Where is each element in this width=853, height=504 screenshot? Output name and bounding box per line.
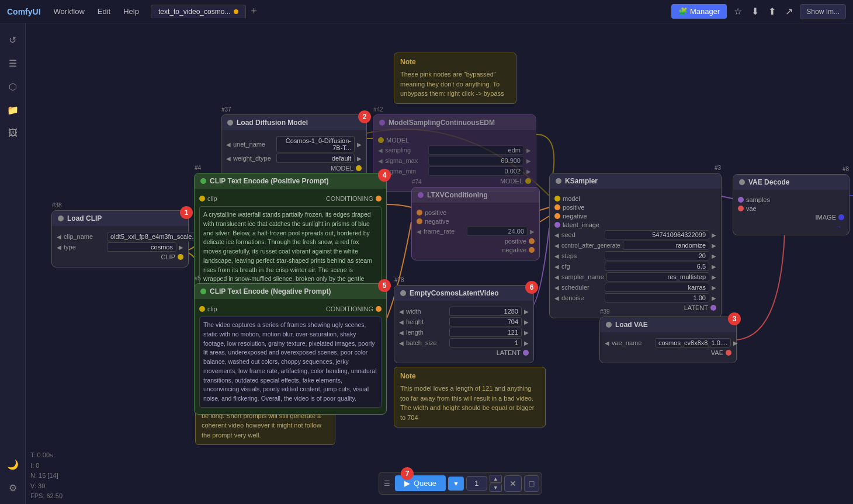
sidebar-bottom: 🌙 ⚙ — [4, 455, 22, 497]
empty-latent-title: EmptyCosmosLatentVideo — [410, 289, 498, 297]
ksampler-model-in: model — [554, 195, 716, 202]
vae-decode-samples-dot — [738, 197, 744, 203]
topbar-right: 🧩 Manager ☆ ⬇ ⬆ ↗ Show Im... — [671, 4, 853, 19]
puzzle-icon: 🧩 — [678, 7, 688, 16]
model-in-row: MODEL — [378, 137, 531, 144]
star-icon[interactable]: ☆ — [731, 4, 744, 19]
upload-icon[interactable]: ⬆ — [766, 4, 778, 19]
ksampler-header: KSampler — [550, 173, 721, 189]
load-diffusion-node: #37 2 Load Diffusion Model ◀ unet_name C… — [221, 114, 367, 179]
clip-name-value[interactable]: oldt5_xxl_fp8_e4m3fn_scale... — [107, 232, 201, 241]
weight-arrow-right[interactable]: ▶ — [357, 155, 362, 162]
load-vae-body: ◀ vae_name cosmos_cv8x8x8_1.0.... ▶ VAE — [600, 332, 736, 363]
clip-neg-text[interactable]: The video captures a series of frames sh… — [199, 317, 382, 408]
load-vae-header: Load VAE — [600, 317, 736, 332]
clip-neg-body: clip CONDITIONING The video captures a s… — [195, 299, 386, 414]
model-sampling-body: MODEL ◀ sampling edm ▶ ◀ sigma_max 60.90… — [373, 130, 536, 191]
vae-decode-id: #8 — [842, 166, 849, 172]
queue-dropdown-button[interactable]: ▼ — [448, 477, 464, 491]
vae-decode-vae-in: vae — [738, 205, 844, 212]
type-arrow-left: ◀ — [57, 244, 61, 251]
manager-button[interactable]: 🧩 Manager — [671, 4, 727, 19]
load-vae-out-dot — [726, 350, 731, 356]
clip-pos-dot — [200, 178, 206, 184]
vae-decode-samples-in: samples — [738, 196, 844, 203]
queue-increment[interactable]: ▲ — [490, 475, 502, 483]
menu-help[interactable]: Help — [117, 5, 145, 18]
vae-decode-body: samples vae IMAGE → — [733, 190, 849, 235]
queue-cancel-button[interactable]: ✕ — [504, 475, 522, 492]
model-sampling-dot — [379, 120, 385, 126]
vae-decode-node: #8 VAE Decode samples vae IMAGE → — [733, 174, 849, 235]
clip-pos-id: #4 — [195, 165, 201, 171]
ksampler-id: #3 — [715, 165, 721, 171]
load-diff-body: ◀ unet_name Cosmos-1_0-Diffusion-7B-T...… — [221, 130, 366, 178]
load-diff-output: MODEL — [226, 165, 362, 172]
load-clip-header: Load CLIP — [52, 211, 188, 226]
model-sampling-node: #42 ModelSamplingContinuousEDM MODEL ◀ s… — [373, 114, 536, 192]
ltxv-title: LTXVConditioning — [427, 191, 488, 199]
sidebar-image-icon[interactable]: 🖼 — [4, 124, 22, 142]
queue-badge: 7 — [401, 467, 414, 480]
ksampler-model-dot — [554, 196, 560, 201]
clip-neg-title: CLIP Text Encode (Negative Prompt) — [210, 287, 331, 296]
left-sidebar: ↺ ☰ ⬡ 📁 🖼 🌙 ⚙ — [0, 23, 26, 504]
sidebar-folder-icon[interactable]: 📁 — [4, 100, 22, 119]
tab-add-button[interactable]: + — [246, 5, 262, 18]
sidebar-settings-icon[interactable]: ⚙ — [4, 478, 22, 497]
sidebar-nodes-icon[interactable]: ⬡ — [4, 77, 22, 96]
ltxv-pos-out: positive — [417, 238, 535, 245]
sigma-max-row: ◀ sigma_max 60.900 ▶ — [378, 156, 531, 165]
share-icon[interactable]: ↗ — [783, 4, 795, 19]
tab-title: text_to_video_cosmo... — [158, 8, 230, 16]
clip-pos-title: CLIP Text Encode (Positive Prompt) — [210, 177, 329, 185]
status-v: V: 30 — [30, 481, 63, 492]
load-diff-title: Load Diffusion Model — [237, 119, 308, 127]
sampler-name-row: ◀ sampler_name res_multistep ▶ — [554, 272, 716, 281]
clip-pos-input-row: clip — [199, 195, 217, 202]
unet-name-value[interactable]: Cosmos-1_0-Diffusion-7B-T... — [276, 136, 355, 152]
sigma-min-row: ◀ sigma_min 0.002 ▶ — [378, 166, 531, 176]
load-clip-title: Load CLIP — [67, 214, 102, 223]
diff-output-dot — [356, 165, 362, 171]
ltxv-header: LTXVConditioning — [412, 187, 539, 203]
type-label: type — [64, 244, 105, 251]
vae-decode-output: IMAGE — [738, 214, 844, 221]
sidebar-theme-icon[interactable]: 🌙 — [4, 455, 22, 474]
ltxv-pos-in: positive — [417, 209, 535, 216]
note-top-text: These pink nodes are "bypassed" meaning … — [400, 69, 510, 99]
sidebar-list-icon[interactable]: ☰ — [4, 54, 22, 72]
download-icon[interactable]: ⬇ — [749, 4, 761, 19]
model-sampling-id: #42 — [373, 106, 383, 113]
ltxv-body: positive negative ◀ frame_rate 24.00 ▶ p… — [412, 203, 539, 260]
menu-workflow[interactable]: Workflow — [48, 5, 91, 18]
type-value[interactable]: cosmos — [107, 242, 176, 252]
show-image-button[interactable]: Show Im... — [800, 4, 846, 19]
load-clip-badge: 1 — [180, 206, 193, 219]
clip-neg-node: #5 5 CLIP Text Encode (Negative Prompt) … — [194, 283, 387, 415]
tab-area: text_to_video_cosmo... + — [151, 5, 671, 18]
note-top-title: Note — [400, 58, 510, 66]
sidebar-history-icon[interactable]: ↺ — [4, 30, 22, 49]
queue-extra-button[interactable]: □ — [524, 475, 539, 492]
vae-decode-out-dot — [838, 214, 844, 220]
type-arrow-right[interactable]: ▶ — [179, 244, 183, 251]
menu-edit[interactable]: Edit — [92, 5, 116, 18]
queue-menu-icon[interactable]: ☰ — [382, 479, 393, 488]
load-clip-type-row: ◀ type cosmos ▶ — [57, 242, 183, 252]
weight-dtype-value[interactable]: default — [276, 154, 355, 163]
model-in-dot — [378, 137, 384, 143]
vae-decode-dot — [739, 179, 745, 185]
weight-dtype-row: ◀ weight_dtype default ▶ — [226, 154, 362, 163]
load-clip-output: CLIP — [57, 253, 183, 260]
queue-count[interactable]: 1 — [466, 476, 487, 491]
unet-name-label: unet_name — [233, 141, 274, 148]
queue-decrement[interactable]: ▼ — [490, 484, 502, 492]
load-diff-badge: 2 — [358, 110, 371, 123]
empty-latent-id: #78 — [394, 277, 404, 283]
status-bar: T: 0.00s I: 0 N: 15 [14] V: 30 FPS: 62.5… — [26, 448, 67, 504]
clip-name-label: clip_name — [64, 233, 105, 240]
unet-arrow-right[interactable]: ▶ — [357, 141, 362, 148]
width-row: ◀ width 1280 ▶ — [399, 307, 529, 316]
tab-main[interactable]: text_to_video_cosmo... — [151, 5, 246, 18]
